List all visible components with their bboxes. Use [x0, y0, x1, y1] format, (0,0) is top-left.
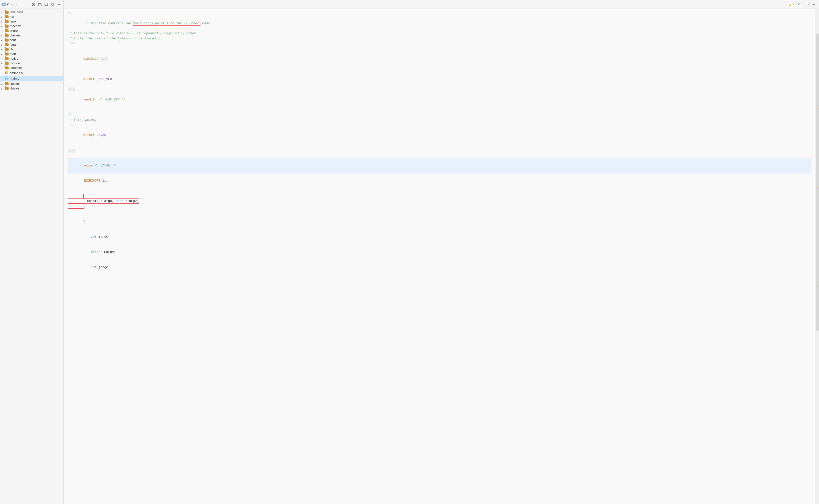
code-line-blank-5 — [67, 153, 812, 158]
scrollbar-thumb[interactable] — [816, 33, 819, 331]
folder-icon-lib — [5, 48, 9, 51]
code-line-ifdef-msc: #ifdef _MSC_VER — [67, 72, 812, 87]
file-tree: java.base aix linux macosx share — [0, 9, 63, 504]
sidebar-item-classes[interactable]: classes — [0, 33, 63, 38]
sidebar-item-launcher[interactable]: launcher — [0, 66, 63, 70]
code-line-include: #include ... — [67, 51, 812, 66]
sidebar-item-native[interactable]: native — [0, 56, 63, 61]
svg-text:C: C — [5, 78, 6, 79]
folder-icon-linux — [5, 20, 9, 23]
editor-container: /* * This file contains the main entry p… — [64, 9, 819, 504]
sidebar-item-share[interactable]: share — [0, 28, 63, 33]
main-panel: ⚠ 7 6 ∧ ∨ /* * This file contains the ma… — [64, 0, 819, 504]
code-line-brace-open: { — [67, 214, 812, 229]
nav-up-button[interactable]: ∧ — [806, 2, 811, 7]
error-badge[interactable]: 6 — [797, 2, 803, 6]
chevron-native — [1, 57, 4, 60]
code-line-entry-comment-3: */ — [67, 123, 812, 128]
sidebar-item-lib[interactable]: lib — [0, 47, 63, 52]
expand-all-icon[interactable] — [44, 2, 49, 7]
sidebar-label-include: include — [10, 61, 20, 65]
warning-icon: ⚠ — [788, 2, 792, 6]
sidebar-item-libjava[interactable]: libjava — [0, 86, 63, 91]
chevron-legal — [1, 43, 4, 46]
code-line-char-margv: char** margv; — [67, 245, 812, 260]
sidebar-label-macosx: macosx — [10, 24, 21, 28]
sidebar-item-conf[interactable]: conf — [0, 38, 63, 42]
sidebar-item-macosx[interactable]: macosx — [0, 24, 63, 28]
folder-icon-share — [5, 29, 9, 32]
sidebar-label-linux: linux — [10, 20, 16, 23]
sidebar-item-libfdlibm[interactable]: libfdlibm — [0, 81, 63, 86]
code-line-int-jargc: int jargc; — [67, 260, 812, 275]
sidebar-item-include[interactable]: include — [0, 61, 63, 66]
sidebar-item-java-base[interactable]: java.base — [0, 10, 63, 14]
chevron-libfdlibm — [1, 82, 4, 86]
chevron-macosx — [1, 24, 4, 28]
warning-badge[interactable]: ⚠ 7 — [788, 2, 794, 6]
plus-svg — [32, 3, 35, 6]
code-line-main-sig: main(int argc, char **argv) — [67, 189, 812, 214]
sidebar-item-main-c[interactable]: C main.c — [0, 76, 63, 81]
project-label[interactable]: Proj... ▼ — [2, 2, 18, 6]
expand-svg — [44, 3, 48, 6]
sidebar-label-libfdlibm: libfdlibm — [10, 82, 22, 86]
svg-rect-6 — [38, 4, 41, 6]
top-bar: ⚠ 7 6 ∧ ∨ — [64, 0, 819, 9]
sidebar-item-defines-h[interactable]: H defines.h — [0, 70, 63, 76]
sidebar-label-java-base: java.base — [10, 10, 23, 14]
code-editor[interactable]: /* * This file contains the main entry p… — [64, 9, 816, 504]
highlighted-phrase: main entry point into the launcher — [133, 21, 200, 26]
minimize-icon[interactable] — [56, 2, 61, 7]
chevron-linux — [1, 20, 4, 23]
folder-icon-launcher — [5, 66, 9, 69]
code-line-entry-comment-1: /* — [67, 112, 812, 118]
sidebar-item-linux[interactable]: linux — [0, 19, 63, 24]
sidebar-label-man: man — [10, 52, 16, 56]
sidebar-label-libjava: libjava — [10, 87, 19, 90]
folder-icon-legal — [5, 43, 9, 46]
code-line-int-margc: int margc; — [67, 229, 812, 244]
error-count: 6 — [802, 2, 803, 6]
settings-icon[interactable] — [50, 2, 55, 7]
editor-gutter — [816, 9, 819, 504]
code-line-blank-1 — [67, 46, 812, 52]
code-line-1: /* — [67, 11, 812, 16]
svg-rect-1 — [3, 4, 5, 4]
folder-icon-conf — [5, 39, 9, 42]
sidebar-item-legal[interactable]: legal — [0, 42, 63, 47]
sidebar-item-aix[interactable]: aix — [0, 14, 63, 19]
chevron-share — [1, 29, 4, 33]
code-line-endif-msc: #endif /* _MSC_VER */ — [67, 92, 812, 107]
collapse-all-icon[interactable] — [37, 2, 42, 7]
nav-down-button[interactable]: ∨ — [812, 2, 816, 7]
c-file-svg: C — [5, 76, 9, 80]
file-icon-defines-h: H — [5, 71, 9, 75]
project-dropdown-arrow[interactable]: ▼ — [16, 3, 18, 6]
folder-icon-man — [5, 53, 9, 55]
sidebar-label-launcher: launcher — [10, 66, 22, 70]
svg-rect-9 — [45, 3, 48, 5]
warning-count: 7 — [793, 2, 794, 6]
chevron-libjava — [1, 87, 4, 90]
folder-icon-native — [5, 57, 9, 60]
code-line-jniexport: JNIEXPORT int — [67, 174, 812, 189]
folder-icon-include — [5, 62, 9, 65]
sidebar-label-main-c: main.c — [10, 77, 19, 80]
sidebar-toolbar: Proj... ▼ — [0, 0, 63, 9]
sidebar-label-defines-h: defines.h — [10, 71, 23, 75]
sidebar-item-man[interactable]: man — [0, 52, 63, 56]
folder-icon-libjava — [5, 87, 9, 90]
folder-icon-aix — [5, 15, 9, 18]
chevron-launcher — [1, 66, 4, 70]
sidebar-label-legal: legal — [10, 43, 16, 46]
code-line-4: * tools. The rest of the files will be l… — [67, 36, 812, 41]
folder-icon-macosx — [5, 25, 9, 28]
folder-icon-classes — [5, 34, 9, 37]
chevron-aix — [1, 15, 4, 19]
add-icon[interactable] — [31, 2, 36, 7]
code-line-5: */ — [67, 41, 812, 46]
sidebar-label-share: share — [10, 29, 18, 33]
code-line-ellipsis-1: ... — [67, 87, 812, 92]
chevron-include — [1, 61, 4, 65]
